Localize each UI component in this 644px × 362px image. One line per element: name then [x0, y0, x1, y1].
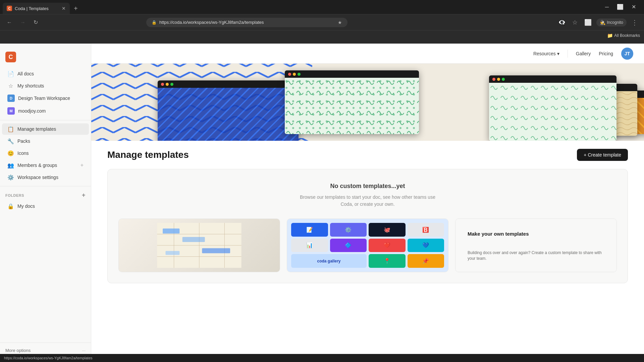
hero-banner — [91, 64, 644, 141]
empty-state-title: No custom templates...yet — [118, 183, 617, 190]
page-title: Manage templates — [107, 149, 189, 160]
my-docs-label: My docs — [17, 203, 84, 209]
sidebar-item-packs[interactable]: 🔧 Packs — [2, 135, 89, 147]
url-input[interactable] — [159, 20, 332, 25]
main-header: Resources ▾ Gallery Pricing JT — [91, 44, 644, 64]
moodjoy-avatar: M — [7, 107, 15, 115]
create-template-button[interactable]: + Create template — [577, 149, 628, 161]
status-bar: https://coda.io/workspaces/ws-YgKJ8fam2a… — [0, 354, 644, 362]
more-options-dots-icon: ··· — [82, 348, 86, 353]
browser-tab[interactable]: C Coda | Templates ✕ — [3, 3, 70, 14]
empty-state-subtitle: Browse our templates to start your doc, … — [118, 194, 617, 208]
status-url: https://coda.io/workspaces/ws-YgKJ8fam2a… — [4, 356, 93, 360]
templates-icon: 📋 — [7, 126, 14, 132]
icons-icon: 😊 — [7, 150, 14, 157]
svg-rect-15 — [182, 237, 205, 242]
header-nav: Resources ▾ Gallery Pricing JT — [533, 48, 633, 60]
forward-button[interactable]: → — [17, 18, 28, 27]
menu-button[interactable]: ⋮ — [629, 17, 640, 28]
template-card-1[interactable] — [118, 219, 280, 272]
svg-rect-4 — [489, 83, 616, 141]
svg-rect-1 — [285, 78, 419, 134]
template-card-make-own[interactable]: Make your own templates Building docs ov… — [455, 219, 617, 272]
manage-templates-label: Manage templates — [17, 126, 84, 132]
back-button[interactable]: ← — [4, 18, 15, 27]
sidebar-divider — [0, 120, 91, 120]
star-icon: ☆ — [7, 82, 14, 89]
coda-logo-icon: C — [5, 52, 16, 62]
page-body: Manage templates + Create template No cu… — [91, 141, 644, 307]
hero-window-1 — [285, 70, 419, 134]
shortcuts-label: My shortcuts — [17, 83, 84, 88]
hero-window-2 — [158, 80, 299, 141]
packs-label: Packs — [17, 138, 84, 144]
tab-favicon: C — [7, 6, 12, 11]
close-window-button[interactable]: ✕ — [629, 2, 639, 11]
gallery-link[interactable]: Gallery — [576, 51, 591, 56]
workspace-avatar: D — [7, 95, 15, 102]
resources-button[interactable]: Resources ▾ — [533, 51, 559, 56]
make-own-title: Make your own templates — [462, 226, 610, 242]
restore-button[interactable]: ⬜ — [614, 2, 626, 11]
svg-rect-16 — [202, 248, 230, 253]
hero-window-3 — [489, 75, 616, 141]
bookmarks-item[interactable]: 📁 All Bookmarks — [607, 33, 640, 38]
eye-off-icon[interactable]: 👁‍🗨 — [556, 17, 568, 27]
template-cards: 📝 ⚙️ 🐙 🅱️ 📊 🔷 ❤️ 💙 coda gallery — [118, 219, 617, 272]
empty-state-card: No custom templates...yet Browse our tem… — [107, 169, 628, 283]
moodjoy-label: moodjoy.com — [18, 108, 84, 114]
add-member-icon[interactable]: + — [80, 162, 84, 168]
more-options-label: More options — [5, 348, 31, 353]
new-tab-button[interactable]: + — [70, 3, 83, 14]
make-own-text: Building docs over and over again? Creat… — [462, 245, 610, 267]
icons-label: Icons — [17, 150, 84, 156]
packs-icon: 🔧 — [7, 138, 14, 144]
split-screen-icon[interactable]: ⬜ — [582, 17, 594, 27]
svg-rect-14 — [163, 229, 179, 234]
hero-background — [91, 64, 644, 141]
folders-section: FOLDERS + — [0, 189, 91, 200]
svg-rect-2 — [285, 78, 419, 134]
members-icon: 👥 — [7, 162, 14, 169]
bookmark-star-icon[interactable]: ☆ — [570, 17, 580, 27]
template-card-2[interactable]: 📝 ⚙️ 🐙 🅱️ 📊 🔷 ❤️ 💙 coda gallery — [287, 219, 448, 272]
tab-close-button[interactable]: ✕ — [62, 6, 66, 11]
app-logo[interactable]: C — [0, 48, 91, 68]
pricing-link[interactable]: Pricing — [599, 51, 613, 56]
reload-button[interactable]: ↻ — [31, 18, 41, 27]
svg-rect-17 — [166, 251, 180, 255]
sidebar-item-members[interactable]: 👥 Members & groups + — [2, 160, 89, 171]
add-folder-icon[interactable]: + — [82, 192, 86, 199]
lock-icon: 🔒 — [7, 203, 14, 209]
sidebar-item-workspace-settings[interactable]: ⚙️ Workspace settings — [2, 172, 89, 183]
sidebar-item-workspace[interactable]: D Design Team Workspace — [2, 92, 89, 104]
all-docs-label: All docs — [17, 71, 84, 76]
sidebar-item-shortcuts[interactable]: ☆ My shortcuts — [2, 80, 89, 92]
sidebar-divider-2 — [0, 186, 91, 186]
address-bar[interactable]: 🔒 ★ — [146, 18, 347, 27]
chevron-down-icon: ▾ — [557, 51, 559, 56]
workspace-settings-label: Workspace settings — [17, 175, 84, 180]
workspace-label: Design Team Workspace — [18, 96, 84, 101]
members-label: Members & groups — [17, 163, 77, 168]
page-title-row: Manage templates + Create template — [107, 149, 628, 161]
sidebar-item-icons[interactable]: 😊 Icons — [2, 147, 89, 159]
sidebar-item-moodjoy[interactable]: M moodjoy.com — [2, 105, 89, 117]
all-docs-icon: 📄 — [7, 70, 14, 77]
incognito-badge: 🕵️ Incognito — [596, 18, 627, 26]
sidebar-item-manage-templates[interactable]: 📋 Manage templates — [2, 123, 89, 135]
main-content: Resources ▾ Gallery Pricing JT — [91, 44, 644, 362]
content-scroll[interactable]: Manage templates + Create template No cu… — [91, 64, 644, 362]
sidebar: C 📄 All docs ☆ My shortcuts D Design Tea… — [0, 44, 91, 362]
user-avatar[interactable]: JT — [621, 48, 633, 60]
settings-icon: ⚙️ — [7, 174, 14, 181]
minimize-button[interactable]: ─ — [602, 2, 611, 11]
tab-title: Coda | Templates — [15, 6, 49, 11]
sidebar-item-my-docs[interactable]: 🔒 My docs — [2, 200, 89, 212]
sidebar-item-all-docs[interactable]: 📄 All docs — [2, 68, 89, 79]
nav-divider — [568, 50, 568, 58]
